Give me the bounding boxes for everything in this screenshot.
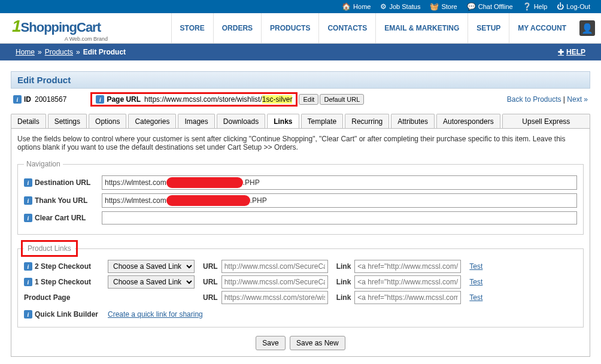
top-job-status-label: Job Status [389, 3, 420, 10]
top-help[interactable]: ❔Help [523, 2, 548, 11]
top-job-status[interactable]: ⚙Job Status [380, 2, 420, 11]
help-icon: ❔ [523, 2, 532, 11]
top-home-label: Home [353, 3, 371, 10]
top-store-label: Store [441, 3, 457, 10]
page-url-highlight: 1sc-silver [262, 95, 293, 104]
tab-options[interactable]: Options [89, 114, 126, 129]
one-step-test-link[interactable]: Test [469, 278, 482, 286]
redacted-block [166, 177, 243, 188]
home-icon: 🏠 [342, 2, 351, 11]
top-logout-label: Log-Out [566, 3, 590, 10]
navigation-legend: Navigation [24, 160, 63, 168]
top-chat[interactable]: 💬Chat Offline [467, 2, 513, 11]
crumb-sep2: » [76, 48, 80, 56]
logo-brand: ShoppingCart [21, 20, 101, 35]
product-page-test-link[interactable]: Test [469, 293, 482, 302]
next-link[interactable]: Next » [567, 95, 588, 104]
clear-cart-url-label: Clear Cart URL [35, 214, 86, 222]
nav-email-marketing[interactable]: EMAIL & MARKETING [375, 13, 468, 43]
plus-icon: ✚ [558, 48, 564, 56]
info-icon[interactable]: i [13, 95, 22, 104]
logo-prefix: 1 [12, 17, 21, 35]
save-as-new-button[interactable]: Save as New [290, 336, 345, 350]
tab-recurring[interactable]: Recurring [345, 114, 389, 129]
product-page-url-input[interactable] [221, 291, 328, 304]
gear-icon: ⚙ [380, 2, 387, 11]
url-label: URL [203, 278, 218, 286]
two-step-select[interactable]: Choose a Saved Link [108, 260, 195, 273]
product-page-link-input[interactable] [354, 291, 461, 304]
two-step-label: 2 Step Checkout [35, 262, 91, 271]
top-logout[interactable]: ⏻Log-Out [557, 2, 590, 11]
info-icon[interactable]: i [24, 278, 32, 286]
tab-details[interactable]: Details [11, 114, 46, 129]
create-quick-link[interactable]: Create a quick link for sharing [108, 310, 203, 318]
breadcrumb-help[interactable]: ✚HELP [558, 48, 585, 56]
dest-url-label: Destination URL [35, 178, 90, 187]
product-links-fieldset: Product Links i2 Step Checkout Choose a … [17, 243, 584, 327]
page-url-label: Page URL [107, 95, 141, 104]
nav-products[interactable]: PRODUCTS [261, 13, 318, 43]
power-icon: ⏻ [557, 2, 564, 11]
product-page-label: Product Page [24, 293, 108, 302]
tab-autoresponders[interactable]: Autoresponders [436, 114, 500, 129]
crumb-products[interactable]: Products [45, 48, 73, 56]
links-help-text: Use the fields below to control where yo… [17, 135, 584, 151]
two-step-link-input[interactable] [354, 260, 461, 273]
url-label: URL [203, 262, 218, 271]
two-step-url-input[interactable] [221, 260, 328, 273]
top-store[interactable]: 🧺Store [430, 2, 457, 11]
quick-link-label: Quick Link Builder [35, 310, 98, 318]
nav-orders[interactable]: ORDERS [213, 13, 261, 43]
id-value: 20018567 [35, 95, 66, 104]
info-icon[interactable]: i [24, 310, 32, 318]
top-home[interactable]: 🏠Home [342, 2, 371, 11]
nav-store[interactable]: STORE [171, 13, 213, 43]
info-icon[interactable]: i [24, 214, 32, 222]
tab-images[interactable]: Images [178, 114, 214, 129]
nav-my-account[interactable]: MY ACCOUNT [509, 13, 575, 43]
top-chat-label: Chat Offline [478, 3, 513, 10]
info-icon[interactable]: i [24, 262, 32, 271]
back-to-products-link[interactable]: Back to Products [507, 95, 561, 104]
panel-title: Edit Product [11, 71, 590, 89]
page-url-prefix: https://www.mcssl.com/store/wishlist/ [144, 95, 262, 104]
crumb-edit: Edit Product [83, 48, 126, 56]
one-step-label: 1 Step Checkout [35, 278, 91, 286]
navigation-fieldset: Navigation iDestination URL https://wlmt… [17, 160, 584, 235]
two-step-test-link[interactable]: Test [469, 262, 482, 271]
basket-icon: 🧺 [430, 2, 439, 11]
info-icon[interactable]: i [96, 95, 104, 104]
nav-contacts[interactable]: CONTACTS [318, 13, 375, 43]
thank-url-label: Thank You URL [35, 196, 87, 205]
product-links-legend: Product Links [24, 243, 75, 254]
tab-categories[interactable]: Categories [128, 114, 176, 129]
info-icon[interactable]: i [24, 178, 32, 187]
top-help-label: Help [534, 3, 548, 10]
redacted-block [166, 195, 250, 206]
edit-url-button[interactable]: Edit [299, 94, 318, 105]
thank-you-url-input[interactable]: https://wlmtest.com.PHP [102, 193, 577, 208]
save-button[interactable]: Save [256, 336, 285, 350]
crumb-sep: » [38, 48, 42, 56]
chat-icon: 💬 [467, 2, 476, 11]
default-url-button[interactable]: Default URL [320, 94, 364, 105]
crumb-home[interactable]: Home [16, 48, 35, 56]
tab-settings[interactable]: Settings [48, 114, 87, 129]
clear-cart-url-input[interactable] [102, 211, 577, 225]
tab-links[interactable]: Links [267, 114, 299, 129]
one-step-select[interactable]: Choose a Saved Link [108, 275, 195, 289]
link-label: Link [336, 262, 351, 271]
info-icon[interactable]: i [24, 196, 32, 205]
tab-downloads[interactable]: Downloads [217, 114, 265, 129]
logo-tag: A Web.com Brand [12, 36, 108, 42]
user-icon[interactable]: 👤 [579, 20, 595, 36]
tab-attributes[interactable]: Attributes [391, 114, 435, 129]
one-step-link-input[interactable] [354, 275, 461, 289]
destination-url-input[interactable]: https://wlmtest.com.PHP [102, 175, 577, 190]
url-label: URL [203, 293, 218, 302]
tab-upsell[interactable]: Upsell Express [502, 114, 590, 129]
tab-template[interactable]: Template [301, 114, 344, 129]
one-step-url-input[interactable] [221, 275, 328, 289]
nav-setup[interactable]: SETUP [468, 13, 509, 43]
